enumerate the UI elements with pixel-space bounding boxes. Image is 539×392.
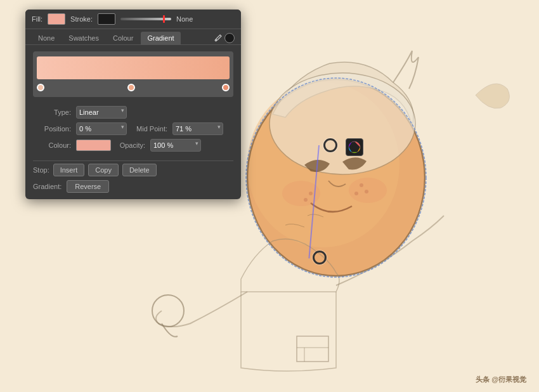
delete-button[interactable]: Delete bbox=[122, 164, 157, 176]
gradient-handle-bottom[interactable] bbox=[313, 251, 327, 265]
tab-gradient[interactable]: Gradient bbox=[141, 32, 180, 44]
opacity-select[interactable]: 100 % 75 % 50 % bbox=[150, 139, 201, 152]
position-midpoint-row: Position: 0 % 25 % 50 % Mid Point: 71 % … bbox=[33, 122, 233, 135]
color-wheel-icon[interactable] bbox=[346, 138, 363, 156]
stroke-label: Stroke: bbox=[70, 15, 93, 23]
gradient-panel: Fill: Stroke: None None Swatches Colour … bbox=[25, 10, 241, 199]
form-section: Type: Linear Radial Position: 0 % 25 % 5… bbox=[25, 101, 241, 160]
gradient-handle-top[interactable] bbox=[323, 138, 337, 152]
type-select[interactable]: Linear Radial bbox=[76, 106, 127, 119]
position-select-wrap: 0 % 25 % 50 % bbox=[76, 122, 127, 135]
tab-bar: None Swatches Colour Gradient bbox=[25, 29, 241, 45]
stop-dot-right[interactable] bbox=[222, 84, 230, 91]
position-select[interactable]: 0 % 25 % 50 % bbox=[76, 122, 127, 135]
gradient-preview-area bbox=[25, 45, 241, 101]
none-label: None bbox=[176, 15, 193, 23]
svg-point-18 bbox=[352, 145, 357, 150]
fill-label: Fill: bbox=[32, 15, 42, 23]
svg-point-8 bbox=[365, 190, 368, 193]
type-label: Type: bbox=[33, 108, 71, 116]
gradient-row: Gradient: Reverse bbox=[25, 180, 241, 199]
copy-button[interactable]: Copy bbox=[88, 164, 119, 176]
gradient-label: Gradient: bbox=[33, 183, 62, 190]
stroke-swatch[interactable] bbox=[98, 13, 115, 25]
colour-label: Colour: bbox=[33, 141, 71, 149]
eyedropper-icon[interactable] bbox=[213, 33, 223, 43]
svg-point-4 bbox=[270, 73, 415, 174]
opacity-select-wrap: 100 % 75 % 50 % bbox=[150, 139, 201, 152]
stop-label: Stop: bbox=[33, 166, 49, 174]
mid-point-select[interactable]: 71 % 50 % 25 % bbox=[172, 122, 223, 135]
tab-swatches[interactable]: Swatches bbox=[62, 32, 105, 44]
stroke-slider-wrap bbox=[120, 18, 171, 20]
color-circle-icon[interactable] bbox=[224, 33, 235, 43]
fill-swatch[interactable] bbox=[48, 13, 65, 25]
stroke-slider-thumb bbox=[163, 15, 165, 23]
gradient-bar[interactable] bbox=[37, 56, 230, 79]
stroke-slider[interactable] bbox=[120, 18, 171, 20]
opacity-label: Opacity: bbox=[116, 141, 145, 149]
top-bar: Fill: Stroke: None bbox=[25, 10, 241, 29]
tab-none[interactable]: None bbox=[32, 32, 61, 44]
watermark: 头条 @衍果视觉 bbox=[476, 375, 526, 384]
stop-dot-left[interactable] bbox=[37, 84, 44, 91]
svg-point-9 bbox=[354, 192, 358, 195]
insert-button[interactable]: Insert bbox=[53, 164, 85, 176]
type-select-wrap: Linear Radial bbox=[76, 106, 127, 119]
mid-point-label: Mid Point: bbox=[132, 125, 167, 133]
colour-opacity-row: Colour: Opacity: 100 % 75 % 50 % bbox=[33, 139, 233, 152]
svg-point-7 bbox=[360, 183, 363, 187]
tab-colour[interactable]: Colour bbox=[107, 32, 140, 44]
svg-point-10 bbox=[309, 192, 313, 195]
reverse-button[interactable]: Reverse bbox=[67, 180, 109, 193]
colour-swatch[interactable] bbox=[76, 140, 111, 151]
type-row: Type: Linear Radial bbox=[33, 106, 233, 119]
mid-point-select-wrap: 71 % 50 % 25 % bbox=[172, 122, 223, 135]
gradient-bar-container bbox=[33, 51, 233, 97]
stop-buttons-row: Stop: Insert Copy Delete bbox=[25, 161, 241, 180]
svg-point-11 bbox=[304, 198, 308, 202]
gradient-stops-row bbox=[37, 83, 230, 92]
position-label: Position: bbox=[33, 125, 71, 133]
stop-dot-mid[interactable] bbox=[127, 84, 135, 91]
